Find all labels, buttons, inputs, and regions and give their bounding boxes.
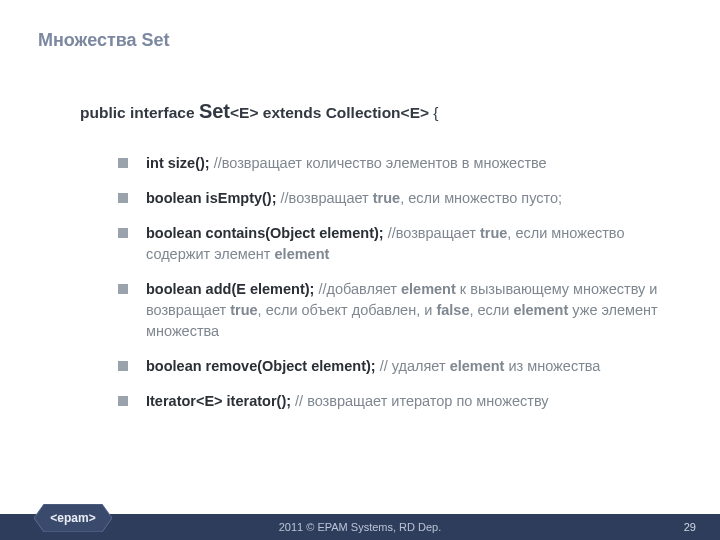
list-item: int size(); //возвращает количество элем…	[118, 153, 670, 174]
method-signature: int size();	[146, 155, 210, 171]
slide-title: Множества Set	[38, 30, 170, 51]
method-signature: boolean add(E element);	[146, 281, 314, 297]
page-number: 29	[684, 521, 696, 533]
method-comment: //возвращает true, если множество пусто;	[277, 190, 563, 206]
epam-logo: <epam>	[34, 504, 112, 532]
list-item: boolean remove(Object element); // удаля…	[118, 356, 670, 377]
method-signature: Iterator<E> iterator();	[146, 393, 291, 409]
decl-prefix: public interface	[80, 104, 199, 121]
method-signature: boolean remove(Object element);	[146, 358, 376, 374]
method-comment: // возвращает итератор по множеству	[291, 393, 549, 409]
method-list: int size(); //возвращает количество элем…	[118, 153, 670, 412]
decl-name: Set	[199, 100, 230, 122]
list-item: boolean contains(Object element); //возв…	[118, 223, 670, 265]
list-item: boolean isEmpty(); //возвращает true, ес…	[118, 188, 670, 209]
decl-suffix: {	[429, 104, 438, 121]
method-signature: boolean isEmpty();	[146, 190, 277, 206]
decl-generic2: <E>	[401, 104, 429, 121]
decl-generic1: <E>	[230, 104, 258, 121]
footer-bar: <epam> 2011 © EPAM Systems, RD Dep. 29	[0, 514, 720, 540]
logo-text: <epam>	[50, 511, 95, 525]
footer-copyright: 2011 © EPAM Systems, RD Dep.	[279, 521, 442, 533]
method-signature: boolean contains(Object element);	[146, 225, 384, 241]
method-comment: // удаляет element из множества	[376, 358, 601, 374]
method-comment: //возвращает количество элементов в множ…	[210, 155, 547, 171]
list-item: Iterator<E> iterator(); // возвращает ит…	[118, 391, 670, 412]
decl-mid: extends Collection	[258, 104, 400, 121]
list-item: boolean add(E element); //добавляет elem…	[118, 279, 670, 342]
interface-declaration: public interface Set<E> extends Collecti…	[80, 100, 670, 123]
slide-body: public interface Set<E> extends Collecti…	[80, 100, 670, 426]
